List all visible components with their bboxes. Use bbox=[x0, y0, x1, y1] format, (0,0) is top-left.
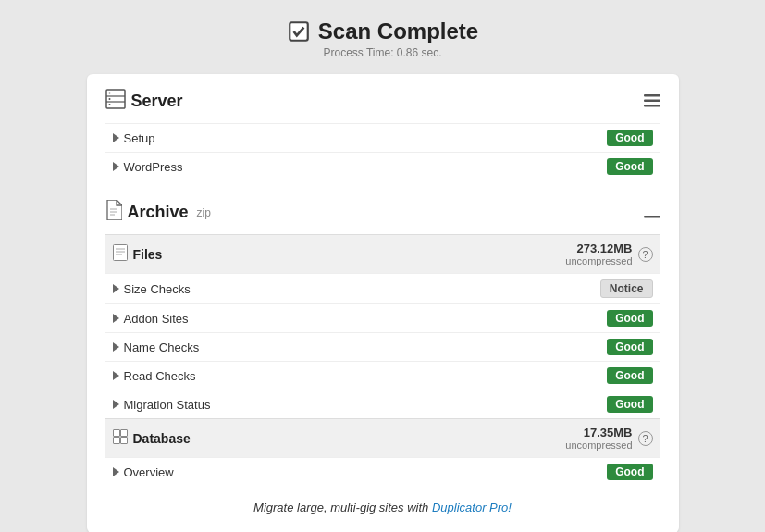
files-rows: Size Checks Notice Addon Sites Good Name… bbox=[105, 273, 660, 418]
triangle-icon-migration bbox=[113, 400, 119, 409]
db-size: 17.35MB bbox=[565, 426, 632, 439]
main-card: Server Setup Good bbox=[87, 74, 679, 532]
database-rows: Overview Good bbox=[105, 457, 660, 486]
promo-link[interactable]: Duplicator Pro! bbox=[432, 501, 512, 514]
archive-title: Archive zip bbox=[105, 200, 211, 225]
server-icon bbox=[105, 89, 126, 114]
server-title: Server bbox=[105, 89, 183, 114]
row-size-checks[interactable]: Size Checks Notice bbox=[105, 273, 660, 303]
svg-point-4 bbox=[108, 93, 110, 94]
badge-setup: Good bbox=[607, 130, 652, 146]
row-name-checks[interactable]: Name Checks Good bbox=[105, 332, 660, 361]
triangle-icon-name bbox=[113, 342, 119, 352]
svg-rect-13 bbox=[644, 216, 660, 218]
svg-rect-19 bbox=[120, 430, 127, 437]
triangle-icon-wordpress bbox=[113, 162, 119, 171]
files-group-header: Files 273.12MB uncompressed ? bbox=[105, 234, 660, 273]
section-divider bbox=[105, 192, 660, 192]
server-rows: Setup Good WordPress Good bbox=[105, 123, 660, 180]
server-hamburger-icon[interactable] bbox=[644, 91, 660, 112]
badge-overview: Good bbox=[607, 464, 652, 480]
svg-rect-18 bbox=[113, 430, 119, 437]
files-help-icon[interactable]: ? bbox=[638, 247, 653, 262]
db-help-icon[interactable]: ? bbox=[638, 431, 653, 446]
db-size-sub: uncompressed bbox=[565, 439, 632, 451]
triangle-icon-addon bbox=[113, 314, 119, 323]
archive-subtitle: zip bbox=[197, 206, 211, 219]
row-migration-status[interactable]: Migration Status Good bbox=[105, 390, 660, 418]
page-header: Scan Complete Process Time: 0.86 sec. bbox=[287, 19, 478, 59]
row-addon-sites[interactable]: Addon Sites Good bbox=[105, 303, 660, 332]
files-size-sub: uncompressed bbox=[565, 255, 632, 266]
row-read-checks[interactable]: Read Checks Good bbox=[105, 361, 660, 390]
archive-minimize-icon[interactable] bbox=[644, 202, 660, 223]
triangle-icon-size bbox=[113, 284, 119, 293]
triangle-icon-read bbox=[113, 371, 119, 380]
row-wordpress[interactable]: WordPress Good bbox=[105, 152, 660, 180]
database-group-header: Database 17.35MB uncompressed ? bbox=[105, 418, 660, 457]
triangle-icon-overview bbox=[113, 467, 119, 476]
svg-rect-8 bbox=[644, 100, 660, 103]
triangle-icon-setup bbox=[113, 133, 119, 142]
svg-rect-9 bbox=[644, 105, 660, 107]
process-time: Process Time: 0.86 sec. bbox=[323, 46, 441, 59]
page-title: Scan Complete bbox=[318, 19, 478, 44]
badge-size-checks: Notice bbox=[600, 279, 653, 298]
row-setup[interactable]: Setup Good bbox=[105, 123, 660, 152]
svg-point-5 bbox=[108, 98, 110, 100]
server-section-header: Server bbox=[105, 89, 660, 114]
database-icon bbox=[113, 429, 128, 447]
files-size: 273.12MB bbox=[565, 241, 632, 255]
main-container: Scan Complete Process Time: 0.86 sec. bbox=[87, 19, 679, 532]
svg-rect-14 bbox=[113, 245, 127, 261]
svg-rect-21 bbox=[120, 438, 127, 444]
files-icon bbox=[113, 244, 128, 264]
archive-section-header: Archive zip bbox=[105, 200, 660, 225]
title-row: Scan Complete bbox=[287, 19, 478, 44]
archive-file-icon bbox=[105, 200, 122, 225]
scan-complete-icon bbox=[287, 19, 311, 43]
svg-rect-20 bbox=[113, 438, 119, 444]
svg-point-6 bbox=[108, 104, 110, 105]
promo-section: Migrate large, multi-gig sites with Dupl… bbox=[105, 501, 660, 514]
badge-read-checks: Good bbox=[607, 367, 652, 384]
badge-migration-status: Good bbox=[607, 396, 652, 413]
promo-text: Migrate large, multi-gig sites with bbox=[253, 501, 432, 514]
badge-addon-sites: Good bbox=[607, 310, 652, 327]
svg-rect-7 bbox=[644, 94, 660, 97]
row-overview[interactable]: Overview Good bbox=[105, 457, 660, 486]
badge-wordpress: Good bbox=[607, 158, 652, 175]
badge-name-checks: Good bbox=[607, 339, 652, 355]
